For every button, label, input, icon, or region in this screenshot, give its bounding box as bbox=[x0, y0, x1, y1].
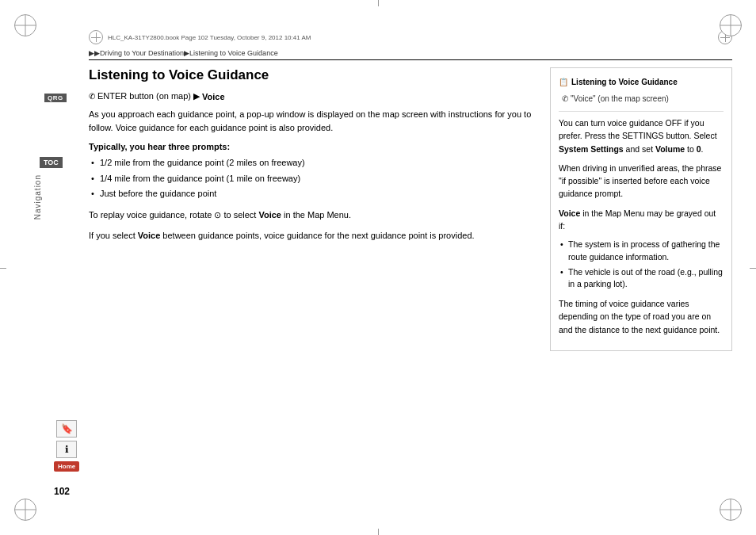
corner-mark-bottom-left bbox=[14, 499, 36, 521]
note-subheader: ✆ "Voice" (on the map screen) bbox=[559, 93, 724, 105]
enter-line-text: ENTER button (on map) ▶ bbox=[97, 91, 200, 101]
note-bullet-item: The vehicle is out of the road (e.g., pu… bbox=[559, 266, 724, 292]
breadcrumb-bar: ▶▶Driving to Your Destination▶Listening … bbox=[89, 49, 732, 60]
printer-text: HLC_KA-31TY2800.book Page 102 Tuesday, O… bbox=[108, 34, 311, 41]
note-para3: Voice in the Map Menu may be grayed out … bbox=[559, 207, 724, 233]
bullet-item: Just before the guidance point bbox=[89, 187, 534, 201]
info-icon: ℹ bbox=[65, 444, 69, 455]
note-subheader-icon: ✆ bbox=[562, 93, 568, 105]
toc-badge[interactable]: TOC bbox=[40, 157, 63, 168]
replay-text: To replay voice guidance, rotate ⊙ to se… bbox=[89, 208, 534, 222]
note-bullet-item: The system is in process of gathering th… bbox=[559, 239, 724, 264]
note-para3-intro: Voice bbox=[559, 208, 580, 218]
bullet-item: 1/2 mile from the guidance point (2 mile… bbox=[89, 156, 534, 170]
bottom-icons: 🔖 ℹ Home bbox=[54, 420, 79, 472]
note-para1-text-3: to bbox=[685, 144, 697, 154]
bullet-list: 1/2 mile from the guidance point (2 mile… bbox=[89, 156, 534, 201]
note-header-text: Listening to Voice Guidance bbox=[571, 76, 678, 88]
qrg-badge: QRG bbox=[44, 94, 67, 102]
enter-line: ✆ ENTER button (on map) ▶ Voice bbox=[89, 91, 534, 101]
note-header: 📋 Listening to Voice Guidance bbox=[559, 76, 724, 88]
bullet-item: 1/4 mile from the guidance point (1 mile… bbox=[89, 172, 534, 185]
tick-bottom bbox=[378, 529, 379, 535]
typically-label: Typically, you hear three prompts: bbox=[89, 142, 534, 151]
next-guidance-text-1: If you select bbox=[89, 231, 138, 240]
note-para1-bold-2: Volume bbox=[655, 144, 685, 154]
icon-box-1[interactable]: 🔖 bbox=[56, 420, 77, 438]
tick-top bbox=[378, 0, 379, 6]
note-para2: When driving in unverified areas, the ph… bbox=[559, 162, 724, 201]
replay-text-2: to select bbox=[221, 210, 258, 220]
divider-1 bbox=[559, 111, 724, 112]
replay-text-3: in the Map Menu. bbox=[281, 210, 351, 220]
nav-label: Navigation bbox=[33, 174, 42, 220]
icon-box-2[interactable]: ℹ bbox=[56, 441, 77, 458]
paragraph-1: As you approach each guidance point, a p… bbox=[89, 108, 534, 134]
note-subheader-text: "Voice" (on the map screen) bbox=[571, 93, 669, 105]
bookmark-icon: 🔖 bbox=[61, 423, 73, 434]
next-guidance-text-2: between guidance points, voice guidance … bbox=[160, 231, 474, 240]
right-column: 📋 Listening to Voice Guidance ✆ "Voice" … bbox=[550, 59, 732, 511]
page-number: 102 bbox=[54, 486, 70, 497]
enter-icon: ✆ bbox=[89, 92, 95, 101]
note-box: 📋 Listening to Voice Guidance ✆ "Voice" … bbox=[550, 67, 732, 351]
note-para1-bold-1: System Settings bbox=[559, 144, 624, 154]
next-guidance-text: If you select Voice between guidance poi… bbox=[89, 229, 534, 243]
note-bullet-list: The system is in process of gathering th… bbox=[559, 239, 724, 291]
section-title: Listening to Voice Guidance bbox=[89, 67, 534, 83]
corner-mark-bottom-right bbox=[720, 499, 742, 521]
main-content: Listening to Voice Guidance ✆ ENTER butt… bbox=[89, 59, 732, 511]
home-badge[interactable]: Home bbox=[54, 461, 79, 472]
corner-mark-top-left bbox=[14, 14, 36, 36]
printer-mark-circle-left bbox=[89, 30, 103, 44]
tick-right bbox=[750, 268, 756, 269]
left-sidebar: QRG TOC Navigation 🔖 ℹ Home 102 bbox=[0, 0, 89, 535]
breadcrumb: ▶▶Driving to Your Destination▶Listening … bbox=[89, 49, 278, 57]
replay-bold: Voice bbox=[258, 210, 281, 220]
replay-text-1: To replay voice guidance, rotate bbox=[89, 210, 214, 220]
note-para4: The timing of voice guidance varies depe… bbox=[559, 297, 724, 336]
left-column: Listening to Voice Guidance ✆ ENTER butt… bbox=[89, 59, 534, 511]
corner-mark-top-right bbox=[720, 14, 742, 36]
printer-marks-top: HLC_KA-31TY2800.book Page 102 Tuesday, O… bbox=[89, 30, 732, 44]
note-header-icon: 📋 bbox=[559, 76, 568, 88]
next-guidance-bold: Voice bbox=[138, 231, 161, 240]
note-para1-text-1: You can turn voice guidance OFF if you p… bbox=[559, 118, 717, 140]
note-para1-text-4: . bbox=[701, 144, 704, 154]
note-para3-text: in the Map Menu may be grayed out if: bbox=[559, 208, 716, 231]
note-para1-text-2: and set bbox=[624, 144, 655, 154]
note-para1: You can turn voice guidance OFF if you p… bbox=[559, 117, 724, 155]
enter-line-bold: Voice bbox=[202, 92, 225, 101]
